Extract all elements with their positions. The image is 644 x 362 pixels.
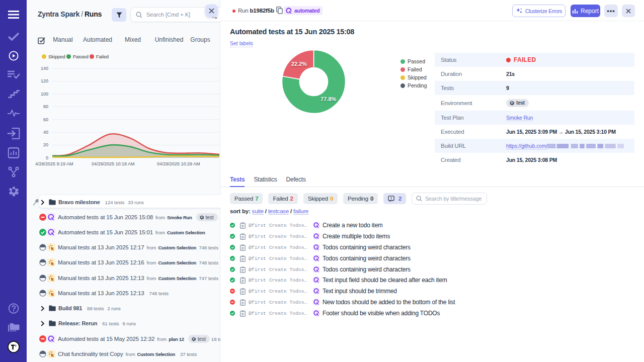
svg-text:22.2%: 22.2% [291,61,307,67]
svg-text:77.8%: 77.8% [320,96,336,102]
